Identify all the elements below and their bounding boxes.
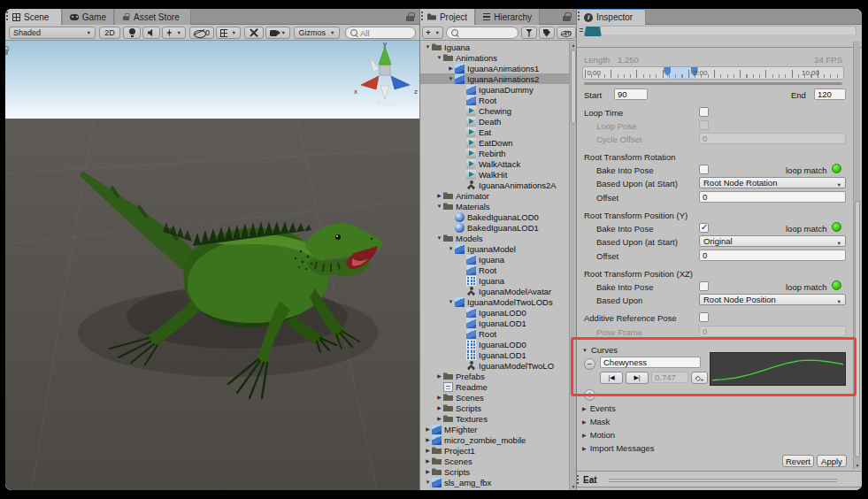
inspector-scrollbar[interactable]: ▼ [853, 42, 860, 469]
tree-item[interactable]: ▶Scripts [420, 466, 569, 477]
tree-item[interactable]: ▶Project1 [420, 445, 569, 456]
tree-item[interactable]: ▼Animations [420, 52, 569, 63]
camera-settings-dropdown[interactable] [265, 27, 290, 39]
end-field[interactable]: 120 [814, 88, 846, 100]
foldout-open-icon[interactable]: ▼ [447, 243, 455, 254]
rot-based-dropdown[interactable]: Root Node Rotation [699, 177, 846, 188]
tree-item[interactable]: ▼sls_amg_fbx [420, 477, 569, 487]
tree-item[interactable]: ▶IguanaAnimations1 [420, 63, 569, 73]
scene-search-input[interactable]: All [345, 27, 416, 39]
tree-item[interactable]: IguanaLOD1 [420, 318, 569, 328]
tree-item[interactable]: ▶Prefabs [420, 371, 569, 381]
scene-lighting-button[interactable] [123, 27, 141, 39]
tree-item[interactable]: IguanaLOD0 [420, 339, 569, 349]
foldout-closed-icon[interactable]: ▶ [424, 466, 432, 477]
shading-mode-dropdown[interactable]: Shaded [9, 27, 96, 39]
tab-hierarchy[interactable]: Hierarchy [476, 9, 540, 25]
tree-item[interactable]: Root [420, 265, 569, 275]
gizmo-y-label[interactable]: y [383, 41, 387, 48]
search-by-type-button[interactable] [521, 27, 537, 39]
tree-item[interactable]: ▶MFighter [420, 424, 569, 434]
tree-item[interactable]: BakedIguanaLOD0 [420, 211, 569, 222]
tree-item[interactable]: ▶Scripts [420, 403, 569, 413]
foldout-mask[interactable]: ▶Mask [582, 417, 610, 426]
editor-tools-button[interactable] [244, 27, 264, 39]
posy-bake-checkbox[interactable] [699, 223, 709, 233]
tree-item[interactable]: ▼IguanaAnimations2 [420, 73, 569, 84]
start-field[interactable]: 90 [614, 88, 648, 100]
tree-item[interactable]: Iguana [420, 254, 569, 265]
foldout-closed-icon[interactable]: ▶ [424, 456, 432, 466]
foldout-open-icon[interactable]: ▼ [447, 73, 455, 84]
foldout-open-icon[interactable]: ▼ [435, 233, 443, 243]
tree-item[interactable]: BakedIguanaLOD1 [420, 222, 569, 233]
foldout-open-icon[interactable]: ▼ [424, 477, 432, 487]
scene-visibility-button[interactable]: 0 [189, 27, 214, 39]
tree-item[interactable]: IguanaLOD1 [420, 349, 569, 360]
tree-item[interactable]: Rebirth [420, 148, 569, 158]
tree-item[interactable]: ▶Scenes [420, 392, 569, 403]
scene-effects-dropdown[interactable] [162, 27, 186, 39]
foldout-open-icon[interactable]: ▼ [435, 201, 443, 211]
foldout-closed-icon[interactable]: ▶ [435, 371, 443, 381]
tree-item[interactable]: EatDown [420, 137, 569, 148]
tree-item[interactable]: ▶Animator [420, 190, 569, 201]
tree-item[interactable]: Root [420, 95, 569, 105]
tree-item[interactable]: Readme [420, 381, 569, 392]
hidden-packages-button[interactable]: 10 [557, 27, 576, 39]
foldout-motion[interactable]: ▶Motion [582, 430, 615, 440]
create-asset-button[interactable]: + [422, 27, 443, 39]
foldout-closed-icon[interactable]: ▶ [447, 63, 455, 73]
tree-item[interactable]: WalkHit [420, 169, 569, 180]
additive-checkbox[interactable] [699, 312, 709, 322]
foldout-closed-icon[interactable]: ▶ [435, 190, 443, 201]
rot-offset-field[interactable]: 0 [699, 191, 846, 203]
foldout-closed-icon[interactable]: ▶ [424, 424, 432, 434]
clip-range-ruler[interactable]: 0:005:0010:00 [582, 66, 844, 80]
foldout-import-messages[interactable]: ▶Import Messages [582, 443, 655, 453]
search-by-label-button[interactable] [539, 27, 555, 39]
tree-item[interactable]: Iguana [420, 275, 569, 286]
tree-item[interactable]: IguanaModelTwoLO [420, 360, 569, 371]
foldout-open-icon[interactable]: ▼ [424, 42, 432, 52]
gizmo-x-label[interactable]: x [354, 88, 357, 96]
tree-item[interactable]: ▼Models [420, 233, 569, 243]
tree-item[interactable]: Chewing [420, 105, 569, 116]
foldout-closed-icon[interactable]: ▶ [424, 445, 432, 456]
tree-item[interactable]: ▼IguanaModel [420, 243, 569, 254]
posy-offset-field[interactable]: 0 [699, 250, 846, 261]
tree-item[interactable]: IguanaDummy [420, 84, 569, 95]
foldout-open-icon[interactable]: ▼ [447, 296, 455, 307]
tab-inspector[interactable]: Inspector [577, 9, 646, 25]
project-search-input[interactable] [446, 27, 518, 39]
foldout-events[interactable]: ▶Events [582, 403, 616, 413]
preview-bar[interactable]: Eat [577, 471, 862, 487]
foldout-closed-icon[interactable]: ▶ [424, 434, 432, 445]
tree-item[interactable]: ▶Scenes [420, 456, 569, 466]
tree-item[interactable]: IguanaAnimations2A [420, 180, 569, 190]
preview-drag-handle[interactable] [609, 479, 837, 482]
tree-item[interactable]: ▶Textures [420, 413, 569, 424]
foldout-closed-icon[interactable]: ▶ [435, 413, 443, 424]
tab-project[interactable]: Project [420, 9, 475, 25]
ruler-pan-bar[interactable] [584, 82, 842, 85]
grid-visibility-dropdown[interactable] [216, 27, 241, 39]
scene-audio-button[interactable] [142, 27, 160, 39]
gizmo-z-label[interactable]: z [414, 88, 418, 96]
posy-based-dropdown[interactable]: Original [699, 235, 846, 247]
tree-item[interactable]: ▼Materials [420, 201, 569, 211]
revert-button[interactable]: Revert [782, 455, 814, 467]
posxz-based-dropdown[interactable]: Root Node Position [699, 294, 846, 305]
tab-asset-store[interactable]: Asset Store [115, 9, 191, 25]
tree-item[interactable]: Root [420, 328, 569, 339]
tab-game[interactable]: Game [63, 9, 114, 25]
project-scrollbar[interactable]: ▲ ▼ [569, 42, 576, 490]
tab-scene[interactable]: Scene [5, 9, 62, 25]
tree-item[interactable]: ▼IguanaModelTwoLODs [420, 296, 569, 307]
foldout-open-icon[interactable]: ▼ [435, 52, 443, 63]
apply-button[interactable]: Apply [817, 455, 847, 467]
toggle-2d-button[interactable]: 2D [99, 27, 120, 39]
posxz-bake-checkbox[interactable] [699, 281, 709, 291]
tree-item[interactable]: ▼Iguana [420, 42, 569, 52]
loop-time-checkbox[interactable] [699, 107, 709, 117]
